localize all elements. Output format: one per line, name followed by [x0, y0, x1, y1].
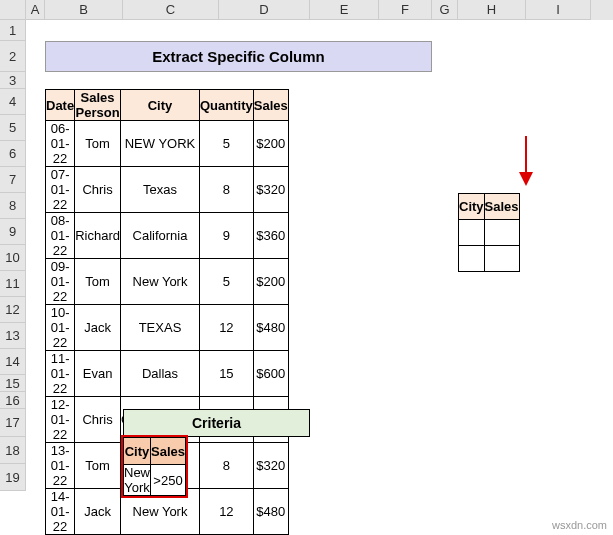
table-row[interactable]: 09-01-22TomNew York5$200	[46, 259, 289, 305]
table-cell[interactable]: 12	[200, 305, 254, 351]
col-header-D[interactable]: D	[219, 0, 310, 20]
col-header-C[interactable]: C	[123, 0, 219, 20]
table-cell[interactable]: Tom	[75, 121, 121, 167]
table-cell[interactable]: $320	[253, 443, 288, 489]
page-title[interactable]: Extract Specific Column	[45, 41, 432, 72]
table-cell[interactable]: $600	[253, 351, 288, 397]
row-header[interactable]: 9	[0, 219, 26, 245]
out-cell[interactable]	[484, 220, 519, 246]
row-header-col: 1 2 3 4 5 6 7 8 9 10 11 12 13 14 15 16 1…	[0, 20, 26, 491]
row-header[interactable]: 3	[0, 72, 26, 89]
table-cell[interactable]: 8	[200, 443, 254, 489]
table-cell[interactable]: Texas	[120, 167, 199, 213]
table-cell[interactable]: 13-01-22	[46, 443, 75, 489]
table-cell[interactable]: Richard	[75, 213, 121, 259]
table-cell[interactable]: $320	[253, 167, 288, 213]
row-header[interactable]: 13	[0, 323, 26, 349]
out-header-city[interactable]: City	[459, 194, 485, 220]
criteria-header-city[interactable]: City	[124, 438, 151, 465]
row-header[interactable]: 18	[0, 437, 26, 464]
select-all-corner[interactable]	[0, 0, 26, 20]
out-cell[interactable]	[459, 220, 485, 246]
header-sales[interactable]: Sales	[253, 90, 288, 121]
criteria-header-sales[interactable]: Sales	[151, 438, 186, 465]
row-header[interactable]: 5	[0, 115, 26, 141]
row-header[interactable]: 15	[0, 375, 26, 392]
row-header[interactable]: 1	[0, 20, 26, 41]
row-header[interactable]: 17	[0, 409, 26, 437]
table-cell[interactable]: Jack	[75, 305, 121, 351]
row-header[interactable]: 19	[0, 464, 26, 491]
table-cell[interactable]: Dallas	[120, 351, 199, 397]
row-header[interactable]: 12	[0, 297, 26, 323]
col-header-A[interactable]: A	[26, 0, 45, 20]
table-cell[interactable]: TEXAS	[120, 305, 199, 351]
table-cell[interactable]: 9	[200, 213, 254, 259]
table-cell[interactable]: NEW YORK	[120, 121, 199, 167]
table-cell[interactable]: 10-01-22	[46, 305, 75, 351]
table-row[interactable]: 06-01-22TomNEW YORK5$200	[46, 121, 289, 167]
table-cell[interactable]: $360	[253, 213, 288, 259]
col-header-F[interactable]: F	[379, 0, 432, 20]
table-cell[interactable]: 12	[200, 489, 254, 535]
table-row[interactable]: 08-01-22RichardCalifornia9$360	[46, 213, 289, 259]
output-table[interactable]: City Sales	[458, 193, 520, 272]
table-cell[interactable]: $200	[253, 259, 288, 305]
table-cell[interactable]: California	[120, 213, 199, 259]
col-header-H[interactable]: H	[458, 0, 526, 20]
criteria-value-sales[interactable]: >250	[151, 465, 186, 496]
out-cell[interactable]	[459, 246, 485, 272]
row-header[interactable]: 7	[0, 167, 26, 193]
table-cell[interactable]: 12-01-22	[46, 397, 75, 443]
table-cell[interactable]: Tom	[75, 259, 121, 305]
table-cell[interactable]: Chris	[75, 167, 121, 213]
row-header[interactable]: 2	[0, 41, 26, 72]
row-header[interactable]: 11	[0, 271, 26, 297]
table-cell[interactable]: New York	[120, 259, 199, 305]
table-cell[interactable]: $200	[253, 121, 288, 167]
table-cell[interactable]: 08-01-22	[46, 213, 75, 259]
row-header[interactable]: 10	[0, 245, 26, 271]
header-date[interactable]: Date	[46, 90, 75, 121]
col-header-G[interactable]: G	[432, 0, 458, 20]
table-cell[interactable]: Chris	[75, 397, 121, 443]
svg-marker-1	[519, 172, 533, 186]
row-header[interactable]: 6	[0, 141, 26, 167]
table-cell[interactable]: 14-01-22	[46, 489, 75, 535]
header-quantity[interactable]: Quantity	[200, 90, 254, 121]
table-cell[interactable]: 07-01-22	[46, 167, 75, 213]
table-cell[interactable]: Tom	[75, 443, 121, 489]
col-header-I[interactable]: I	[526, 0, 591, 20]
table-cell[interactable]: 8	[200, 167, 254, 213]
table-cell[interactable]: $480	[253, 305, 288, 351]
watermark: wsxdn.com	[552, 519, 607, 531]
criteria-value-city[interactable]: New York	[124, 465, 151, 496]
table-row[interactable]: 07-01-22ChrisTexas8$320	[46, 167, 289, 213]
table-row[interactable]: 11-01-22EvanDallas15$600	[46, 351, 289, 397]
table-cell[interactable]: 09-01-22	[46, 259, 75, 305]
table-cell[interactable]: 15	[200, 351, 254, 397]
column-header-row: A B C D E F G H I	[0, 0, 613, 20]
col-header-B[interactable]: B	[45, 0, 123, 20]
table-cell[interactable]: 06-01-22	[46, 121, 75, 167]
row-header[interactable]: 14	[0, 349, 26, 375]
header-sales-person[interactable]: Sales Person	[75, 90, 121, 121]
arrow-icon	[516, 134, 536, 190]
header-city[interactable]: City	[120, 90, 199, 121]
table-cell[interactable]: 11-01-22	[46, 351, 75, 397]
criteria-table[interactable]: City Sales New York >250	[123, 437, 186, 496]
spreadsheet: A B C D E F G H I 1 2 3 4 5 6 7 8 9 10 1…	[0, 0, 613, 535]
row-header[interactable]: 16	[0, 392, 26, 409]
table-cell[interactable]: 5	[200, 259, 254, 305]
row-header[interactable]: 4	[0, 89, 26, 115]
table-cell[interactable]: Evan	[75, 351, 121, 397]
out-cell[interactable]	[484, 246, 519, 272]
col-header-E[interactable]: E	[310, 0, 379, 20]
criteria-title[interactable]: Criteria	[123, 409, 310, 437]
out-header-sales[interactable]: Sales	[484, 194, 519, 220]
table-cell[interactable]: Jack	[75, 489, 121, 535]
table-row[interactable]: 10-01-22JackTEXAS12$480	[46, 305, 289, 351]
row-header[interactable]: 8	[0, 193, 26, 219]
table-cell[interactable]: $480	[253, 489, 288, 535]
table-cell[interactable]: 5	[200, 121, 254, 167]
